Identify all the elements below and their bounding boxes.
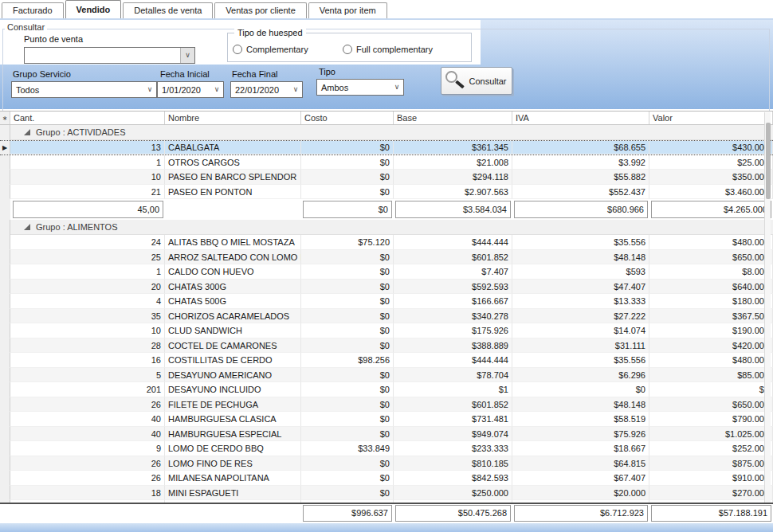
- cell-valor[interactable]: $1.025.000: [649, 427, 773, 442]
- cell-cant[interactable]: 16: [10, 353, 165, 368]
- cell-cant[interactable]: 9: [10, 441, 165, 456]
- cell-valor[interactable]: $190.000: [649, 323, 773, 338]
- cell-cant[interactable]: 25: [10, 250, 165, 265]
- cell-costo[interactable]: $0: [301, 486, 394, 501]
- cell-base[interactable]: $444.444: [394, 353, 512, 368]
- cell-iva[interactable]: $31.111: [512, 338, 649, 354]
- cell-iva[interactable]: $13.333: [512, 294, 649, 309]
- cell-iva[interactable]: $552.437: [512, 185, 649, 200]
- table-row[interactable]: 25ARROZ SALTEADO CON LOMO DE RES$0$601.8…: [0, 250, 773, 265]
- cell-costo[interactable]: $0: [301, 170, 394, 185]
- cell-base[interactable]: $21.008: [394, 155, 512, 170]
- table-row[interactable]: 21PASEO EN PONTON$0$2.907.563$552.437$3.…: [0, 185, 773, 200]
- cell-iva[interactable]: $68.655: [512, 141, 649, 155]
- fecha-inicial-datepicker[interactable]: 1/01/2020 ∨: [157, 81, 224, 98]
- group-expand-icon[interactable]: [24, 129, 30, 135]
- cell-valor[interactable]: $85.000: [649, 368, 773, 383]
- cell-valor[interactable]: $875.000: [649, 456, 773, 471]
- table-row[interactable]: 16COSTILLITAS DE CERDO$98.256$444.444$35…: [0, 353, 773, 368]
- tab-facturado[interactable]: Facturado: [2, 2, 64, 18]
- cell-valor[interactable]: $1: [649, 382, 773, 397]
- cell-cant[interactable]: 201: [10, 382, 165, 397]
- table-row[interactable]: 9LOMO DE CERDO BBQ$33.849$233.333$18.667…: [0, 441, 773, 456]
- vertical-scrollbar[interactable]: [764, 112, 771, 503]
- cell-iva[interactable]: $35.556: [512, 235, 649, 250]
- cell-iva[interactable]: $58.519: [512, 412, 649, 427]
- table-row[interactable]: 40HAMBURGUESA ESPECIAL$0$949.074$75.926$…: [0, 427, 773, 442]
- cell-costo[interactable]: $0: [301, 382, 394, 397]
- scrollbar-thumb[interactable]: [766, 123, 771, 199]
- cell-valor[interactable]: $25.000: [649, 155, 773, 170]
- tab-vendido[interactable]: Vendido: [65, 0, 122, 18]
- cell-valor[interactable]: $180.000: [649, 294, 773, 309]
- cell-iva[interactable]: $27.222: [512, 309, 649, 324]
- cell-costo[interactable]: $0: [301, 323, 394, 338]
- cell-nombre[interactable]: PASEO EN PONTON: [165, 185, 301, 200]
- cell-base[interactable]: $340.278: [394, 309, 512, 324]
- cell-nombre[interactable]: LOMO DE CERDO BBQ: [165, 441, 301, 456]
- cell-nombre[interactable]: MINI ESPAGUETI: [165, 486, 301, 501]
- cell-valor[interactable]: $910.000: [649, 471, 773, 486]
- punto-de-venta-select[interactable]: ∨: [24, 47, 195, 64]
- cell-base[interactable]: $592.593: [394, 280, 512, 295]
- cell-nombre[interactable]: PASEO EN BARCO SPLENDOR: [165, 170, 301, 185]
- cell-iva[interactable]: $3.992: [512, 155, 649, 170]
- tab-venta-por-item[interactable]: Venta por item: [308, 2, 387, 18]
- cell-iva[interactable]: $47.407: [512, 280, 649, 295]
- cell-cant[interactable]: 1: [10, 155, 165, 170]
- cell-cant[interactable]: 26: [10, 471, 165, 486]
- cell-valor[interactable]: $3.460.000: [649, 185, 773, 200]
- table-row[interactable]: 26MILANESA NAPOLITANA$0$842.593$67.407$9…: [0, 471, 773, 486]
- cell-costo[interactable]: $98.256: [301, 353, 394, 368]
- cell-valor[interactable]: $8.000: [649, 264, 773, 280]
- cell-base[interactable]: $731.481: [394, 412, 512, 427]
- table-row[interactable]: 201DESAYUNO INCLUIDO$0$1$0$1: [0, 382, 773, 397]
- cell-base[interactable]: $949.074: [394, 427, 512, 442]
- cell-costo[interactable]: $0: [301, 309, 394, 324]
- chevron-down-icon[interactable]: ∨: [390, 80, 403, 95]
- cell-base[interactable]: $175.926: [394, 323, 512, 338]
- cell-nombre[interactable]: ALITAS BBQ O MIEL MOSTAZA: [165, 235, 301, 250]
- cell-nombre[interactable]: HAMBURGUESA ESPECIAL: [165, 427, 301, 442]
- table-row[interactable]: 35CHORIZOS ACARAMELADOS$0$340.278$27.222…: [0, 309, 773, 324]
- cell-cant[interactable]: 20: [10, 280, 165, 295]
- grupo-servicio-select[interactable]: Todos ∨: [11, 81, 157, 98]
- cell-costo[interactable]: $0: [301, 264, 394, 280]
- cell-costo[interactable]: $0: [301, 338, 394, 354]
- column-header-nombre[interactable]: Nombre: [165, 111, 301, 124]
- chevron-down-icon[interactable]: ∨: [143, 82, 156, 97]
- cell-valor[interactable]: $430.000: [649, 141, 773, 155]
- cell-costo[interactable]: $0: [301, 456, 394, 471]
- cell-nombre[interactable]: MILANESA NAPOLITANA: [165, 471, 301, 486]
- column-header-costo[interactable]: Costo: [301, 111, 394, 124]
- cell-costo[interactable]: $0: [301, 141, 394, 155]
- radio-icon[interactable]: [343, 45, 352, 54]
- consultar-button[interactable]: Consultar: [441, 67, 512, 95]
- cell-iva[interactable]: $48.148: [512, 397, 649, 413]
- cell-base[interactable]: $233.333: [394, 441, 512, 456]
- cell-nombre[interactable]: ARROZ SALTEADO CON LOMO DE RES: [165, 250, 301, 265]
- cell-base[interactable]: $601.852: [394, 397, 512, 413]
- cell-valor[interactable]: $367.500: [649, 309, 773, 324]
- table-row[interactable]: 10CLUD SANDWICH$0$175.926$14.074$190.000: [0, 323, 773, 338]
- table-row[interactable]: 18MINI ESPAGUETI$0$250.000$20.000$270.00…: [0, 486, 773, 501]
- cell-base[interactable]: $361.345: [394, 141, 512, 155]
- cell-cant[interactable]: 4: [10, 294, 165, 309]
- cell-valor[interactable]: $270.000: [649, 486, 773, 501]
- table-row[interactable]: ▶13CABALGATA$0$361.345$68.655$430.000: [0, 140, 773, 155]
- group-header-row[interactable]: Grupo : ACTIVIDADES: [0, 125, 773, 140]
- cell-valor[interactable]: $650.000: [649, 250, 773, 265]
- group-expand-icon[interactable]: [24, 224, 30, 230]
- cell-base[interactable]: $250.000: [394, 486, 512, 501]
- column-header-base[interactable]: Base: [394, 111, 512, 124]
- cell-base[interactable]: $444.444: [394, 235, 512, 250]
- chevron-down-icon[interactable]: ∨: [180, 48, 194, 63]
- table-row[interactable]: 40HAMBURGUESA CLASICA$0$731.481$58.519$7…: [0, 412, 773, 427]
- table-row[interactable]: 1CALDO CON HUEVO$0$7.407$593$8.000: [0, 264, 773, 280]
- cell-valor[interactable]: $480.000: [649, 353, 773, 368]
- cell-nombre[interactable]: CABALGATA: [165, 141, 301, 155]
- table-row[interactable]: 4CHATAS 500G$0$166.667$13.333$180.000: [0, 294, 773, 309]
- cell-cant[interactable]: 10: [10, 170, 165, 185]
- cell-nombre[interactable]: OTROS CARGOS: [165, 155, 301, 170]
- cell-nombre[interactable]: FILETE DE PECHUGA: [165, 397, 301, 413]
